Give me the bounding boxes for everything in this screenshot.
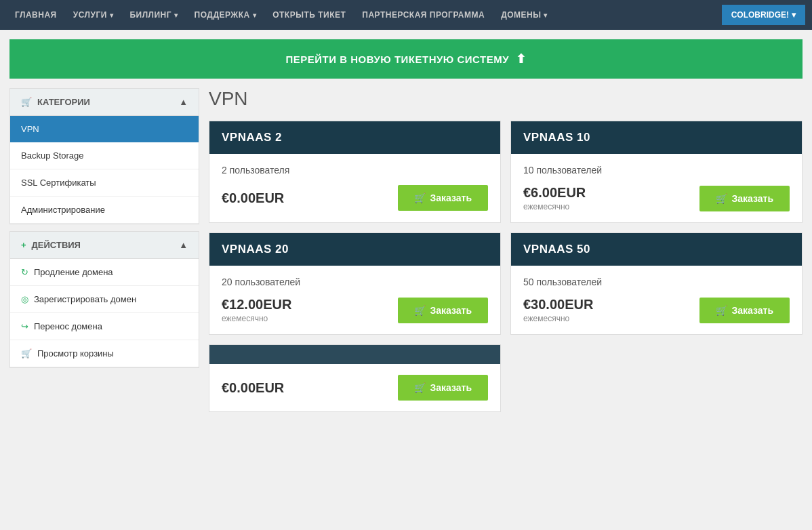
product-price-vpnaas50: €30.00EUR <box>523 297 593 312</box>
cart-icon: 🛒 <box>21 97 32 107</box>
order-button-vpnaas10[interactable]: 🛒 Заказать <box>699 186 790 211</box>
chevron-down-icon: ▾ <box>174 12 178 19</box>
sidebar-item-ssl[interactable]: SSL Сертификаты <box>10 169 199 197</box>
cursor-icon: ⬆ <box>516 52 527 66</box>
sidebar-item-backup-storage[interactable]: Backup Storage <box>10 142 199 169</box>
globe-icon: ◎ <box>21 294 28 304</box>
order-button-vpnaas2[interactable]: 🛒 Заказать <box>398 185 488 211</box>
cart-icon: 🛒 <box>414 305 426 316</box>
chevron-down-icon: ▾ <box>792 10 796 20</box>
sidebar-item-admin[interactable]: Администрирование <box>10 197 199 224</box>
categories-header: 🛒 КАТЕГОРИИ ▲ <box>10 89 199 116</box>
nav-billing[interactable]: БИЛЛИНГ ▾ <box>121 2 186 28</box>
partial-price: €0.00EUR <box>222 380 284 396</box>
actions-section: + ДЕЙСТВИЯ ▲ ↻ Продление домена ◎ Зареги… <box>9 231 199 368</box>
product-period-vpnaas10: ежемесячно <box>523 202 586 211</box>
nav-open-ticket[interactable]: ОТКРЫТЬ ТИКЕТ <box>264 2 354 28</box>
cart-icon: 🛒 <box>414 192 426 203</box>
categories-section: 🛒 КАТЕГОРИИ ▲ VPN Backup Storage SSL Сер… <box>9 88 199 224</box>
chevron-up-icon: ▲ <box>179 97 188 107</box>
renew-icon: ↻ <box>21 267 28 277</box>
order-button-vpnaas20[interactable]: 🛒 Заказать <box>398 298 488 323</box>
chevron-down-icon: ▾ <box>253 12 257 19</box>
product-title-vpnaas50: VPNAAS 50 <box>511 233 802 266</box>
action-view-cart[interactable]: 🛒 Просмотр корзины <box>10 340 199 367</box>
new-ticket-system-banner[interactable]: ПЕРЕЙТИ В НОВУЮ ТИКЕТНУЮ СИСТЕМУ ⬆ <box>9 39 803 79</box>
page-title: VPN <box>209 88 803 110</box>
nav-support[interactable]: ПОДДЕРЖКА ▾ <box>186 2 265 28</box>
nav-domains[interactable]: ДОМЕНЫ ▾ <box>493 2 556 28</box>
product-grid: VPNAAS 2 2 пользователя €0.00EUR 🛒 Заказ… <box>209 121 803 335</box>
transfer-icon: ↪ <box>21 321 28 331</box>
product-card-vpnaas20: VPNAAS 20 20 пользователей €12.00EUR еже… <box>209 232 501 335</box>
nav-uslugi[interactable]: УСЛУГИ ▾ <box>65 2 122 28</box>
product-card-vpnaas10: VPNAAS 10 10 пользователей €6.00EUR ежем… <box>510 121 803 223</box>
nav-glavnaya[interactable]: ГЛАВНАЯ <box>7 2 65 28</box>
product-title-vpnaas20: VPNAAS 20 <box>209 233 500 266</box>
chevron-up-icon: ▲ <box>179 240 188 250</box>
chevron-down-icon: ▾ <box>544 12 548 19</box>
plus-icon: + <box>21 240 26 250</box>
product-period-vpnaas50: ежемесячно <box>523 314 593 323</box>
action-transfer-domain[interactable]: ↪ Перенос домена <box>10 313 199 340</box>
sidebar-item-vpn[interactable]: VPN <box>10 116 199 142</box>
navbar: ГЛАВНАЯ УСЛУГИ ▾ БИЛЛИНГ ▾ ПОДДЕРЖКА ▾ О… <box>0 0 812 30</box>
product-price-vpnaas20: €12.00EUR <box>222 297 291 312</box>
action-register-domain[interactable]: ◎ Зарегистрировать домен <box>10 286 199 313</box>
order-button-vpnaas50[interactable]: 🛒 Заказать <box>699 298 790 323</box>
product-card-vpnaas2: VPNAAS 2 2 пользователя €0.00EUR 🛒 Заказ… <box>209 121 501 223</box>
chevron-down-icon: ▾ <box>110 12 114 19</box>
partial-card-header <box>209 345 500 364</box>
cart-icon: 🛒 <box>716 305 727 316</box>
product-title-vpnaas10: VPNAAS 10 <box>511 121 802 154</box>
product-price-vpnaas10: €6.00EUR <box>523 185 586 201</box>
content-area: VPN VPNAAS 2 2 пользователя €0.00EUR 🛒 З… <box>209 88 803 412</box>
action-renew-domain[interactable]: ↻ Продление домена <box>10 259 199 286</box>
product-price-vpnaas2: €0.00EUR <box>222 190 284 206</box>
product-card-partial: €0.00EUR 🛒 Заказать <box>209 344 501 412</box>
product-title-vpnaas2: VPNAAS 2 <box>209 121 500 154</box>
nav-partner[interactable]: ПАРТНЕРСКАЯ ПРОГРАММА <box>354 2 493 28</box>
product-users-vpnaas50: 50 пользователей <box>523 277 790 287</box>
account-button[interactable]: COLOBRIDGE! ▾ <box>722 5 805 25</box>
partial-card-row: €0.00EUR 🛒 Заказать <box>209 344 803 412</box>
product-users-vpnaas10: 10 пользователей <box>523 165 790 176</box>
actions-header: + ДЕЙСТВИЯ ▲ <box>10 232 199 259</box>
product-card-vpnaas50: VPNAAS 50 50 пользователей €30.00EUR еже… <box>510 232 803 335</box>
product-users-vpnaas20: 20 пользователей <box>222 277 488 287</box>
sidebar: 🛒 КАТЕГОРИИ ▲ VPN Backup Storage SSL Сер… <box>9 88 199 368</box>
product-users-vpnaas2: 2 пользователя <box>222 165 488 176</box>
main-layout: 🛒 КАТЕГОРИИ ▲ VPN Backup Storage SSL Сер… <box>0 79 812 422</box>
cart-icon: 🛒 <box>716 193 727 204</box>
product-period-vpnaas20: ежемесячно <box>222 314 291 323</box>
cart-icon: 🛒 <box>414 382 426 393</box>
order-button-partial[interactable]: 🛒 Заказать <box>398 375 488 401</box>
cart-icon: 🛒 <box>21 348 32 359</box>
